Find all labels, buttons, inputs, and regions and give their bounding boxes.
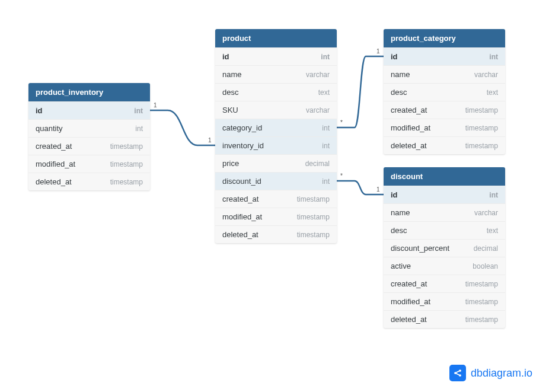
field-type: text [487, 227, 498, 235]
field-name: id [36, 106, 43, 115]
table-row[interactable]: deleted_attimestamp [215, 225, 337, 243]
table-row[interactable]: created_attimestamp [384, 275, 505, 292]
table-row[interactable]: created_attimestamp [384, 101, 505, 119]
table-row[interactable]: modified_attimestamp [28, 155, 150, 173]
field-type: text [318, 88, 330, 97]
table-row[interactable]: desctext [384, 221, 505, 239]
field-name: active [391, 262, 411, 270]
field-type: int [134, 107, 143, 115]
table-row[interactable]: modified_attimestamp [384, 119, 505, 136]
field-name: discount_id [222, 177, 261, 186]
cardinality-label: * [340, 119, 343, 126]
field-name: modified_at [222, 212, 262, 221]
table-header[interactable]: product_inventory [28, 83, 150, 101]
svg-rect-4 [455, 372, 460, 375]
field-name: created_at [222, 195, 258, 203]
field-name: created_at [391, 279, 427, 288]
field-name: deleted_at [391, 315, 427, 324]
field-type: timestamp [297, 231, 330, 239]
field-type: timestamp [297, 213, 330, 221]
field-type: timestamp [465, 298, 498, 306]
table-row[interactable]: namevarchar [215, 65, 337, 83]
table-product_category[interactable]: product_categoryidintnamevarchardesctext… [384, 29, 505, 154]
field-type: timestamp [465, 280, 498, 288]
field-type: timestamp [465, 106, 498, 114]
field-name: discount_percent [391, 244, 449, 253]
table-row[interactable]: modified_attimestamp [384, 292, 505, 310]
relationship-line [337, 56, 384, 128]
field-type: timestamp [465, 142, 498, 150]
diagram-canvas: product_inventoryidintquantityintcreated… [0, 0, 549, 392]
field-type: decimal [474, 244, 498, 253]
table-row[interactable]: modified_attimestamp [215, 208, 337, 225]
cardinality-label: * [340, 173, 343, 179]
field-type: int [322, 142, 330, 150]
field-name: name [391, 70, 410, 79]
field-name: category_id [222, 123, 262, 132]
table-header[interactable]: discount [384, 167, 505, 186]
field-name: inventory_id [222, 141, 264, 150]
field-type: int [322, 177, 330, 186]
field-type: decimal [305, 160, 330, 168]
field-type: varchar [474, 209, 498, 217]
field-name: price [222, 159, 239, 168]
cardinality-label: 1 [376, 186, 380, 193]
table-row[interactable]: discount_percentdecimal [384, 239, 505, 257]
table-product_inventory[interactable]: product_inventoryidintquantityintcreated… [28, 83, 150, 190]
field-name: desc [391, 226, 407, 235]
field-name: SKU [222, 106, 238, 114]
table-product[interactable]: productidintnamevarchardesctextSKUvarcha… [215, 29, 337, 243]
table-row[interactable]: idint [384, 186, 505, 203]
table-row[interactable]: idint [384, 47, 505, 65]
table-row[interactable]: SKUvarchar [215, 101, 337, 119]
field-name: id [391, 190, 398, 199]
footer-brand-text: dbdiagram.io [471, 367, 532, 380]
table-row[interactable]: namevarchar [384, 65, 505, 83]
table-row[interactable]: category_idint [215, 119, 337, 136]
field-type: int [321, 53, 330, 61]
field-name: deleted_at [36, 177, 72, 186]
field-name: modified_at [36, 160, 75, 168]
field-type: timestamp [465, 124, 498, 132]
field-type: text [487, 88, 498, 97]
table-row[interactable]: activeboolean [384, 257, 505, 275]
field-name: desc [391, 88, 407, 97]
field-type: int [489, 191, 498, 199]
table-row[interactable]: pricedecimal [215, 154, 337, 172]
table-discount[interactable]: discountidintnamevarchardesctextdiscount… [384, 167, 505, 328]
footer-brand: dbdiagram.io [449, 365, 532, 381]
field-type: int [322, 124, 330, 132]
table-row[interactable]: created_attimestamp [215, 190, 337, 208]
field-type: timestamp [110, 178, 143, 186]
table-row[interactable]: created_attimestamp [28, 137, 150, 155]
cardinality-label: 1 [208, 137, 212, 144]
field-name: name [222, 70, 242, 79]
table-row[interactable]: idint [215, 47, 337, 65]
field-type: boolean [473, 262, 498, 270]
table-row[interactable]: deleted_attimestamp [384, 136, 505, 154]
share-icon [449, 365, 466, 381]
field-name: quantity [36, 124, 63, 133]
field-name: name [391, 208, 410, 217]
table-row[interactable]: desctext [384, 83, 505, 101]
table-row[interactable]: inventory_idint [215, 136, 337, 154]
table-row[interactable]: namevarchar [384, 203, 505, 221]
field-type: int [135, 125, 143, 133]
table-header[interactable]: product_category [384, 29, 505, 47]
field-name: deleted_at [222, 230, 258, 239]
field-type: varchar [306, 71, 330, 79]
table-row[interactable]: deleted_attimestamp [28, 173, 150, 190]
table-header[interactable]: product [215, 29, 337, 47]
cardinality-label: 1 [376, 48, 380, 55]
field-name: modified_at [391, 297, 430, 306]
field-type: int [489, 53, 498, 61]
field-name: id [391, 52, 398, 61]
field-type: varchar [306, 106, 330, 114]
field-name: desc [222, 88, 238, 97]
table-row[interactable]: desctext [215, 83, 337, 101]
table-row[interactable]: discount_idint [215, 172, 337, 190]
table-row[interactable]: deleted_attimestamp [384, 310, 505, 328]
field-type: timestamp [465, 315, 498, 324]
table-row[interactable]: idint [28, 101, 150, 119]
table-row[interactable]: quantityint [28, 119, 150, 137]
